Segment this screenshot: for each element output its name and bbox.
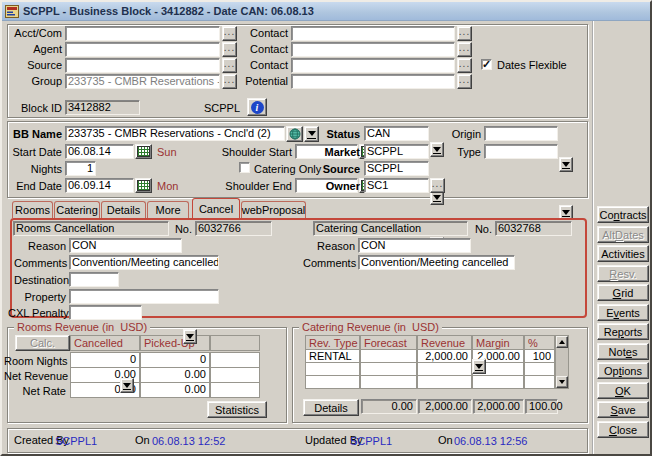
cat-rev-cell[interactable]: 2,000.00 — [417, 349, 472, 363]
destination-dropdown-button[interactable] — [120, 378, 134, 393]
cat-rev-cell[interactable] — [360, 362, 417, 376]
acct-com-lov-button[interactable] — [222, 26, 237, 41]
rooms-comments-field[interactable]: Convention/Meeting cancelled — [69, 255, 219, 270]
statistics-button[interactable]: Statistics — [207, 401, 267, 418]
cxl-penalty-field[interactable] — [69, 305, 142, 320]
save-button[interactable]: Save — [597, 401, 649, 418]
room-nights-cancelled-cell[interactable]: 0 — [70, 352, 140, 368]
net-rate-pickedup-cell[interactable]: 0.00 — [140, 382, 210, 398]
start-date-field[interactable]: 06.08.14 — [65, 144, 134, 159]
cat-rev-cell[interactable] — [305, 375, 360, 389]
tab-details[interactable]: Details — [101, 201, 146, 218]
cat-rev-cell[interactable] — [360, 349, 417, 363]
contact2-field[interactable] — [291, 42, 455, 57]
cat-rev-cell[interactable] — [524, 362, 555, 376]
globe-icon — [289, 128, 301, 140]
ok-button[interactable]: OK — [597, 382, 649, 399]
tab-more[interactable]: More — [147, 201, 189, 218]
net-revenue-pickedup-cell[interactable]: 0.00 — [140, 367, 210, 383]
rooms-reason-field[interactable]: CON — [69, 238, 182, 253]
room-nights-pickedup-cell[interactable]: 0 — [140, 352, 210, 368]
nights-field[interactable]: 1 — [65, 161, 96, 176]
cxl-penalty-label: CXL Penalty — [8, 307, 66, 320]
contact1-field[interactable] — [291, 26, 455, 41]
catering-revenue-title: Catering Revenue (in USD) — [299, 321, 442, 334]
rooms-comments-label: Comments — [14, 257, 66, 270]
rooms-cxl-no-label: No. — [172, 223, 192, 236]
events-button[interactable]: Events — [597, 304, 649, 321]
market-field[interactable]: SCPPL — [364, 144, 429, 159]
calc-button[interactable]: Calc. — [15, 335, 70, 351]
total-forecast: 0.00 — [361, 399, 417, 414]
contracts-button[interactable]: Contracts — [597, 206, 649, 223]
scroll-up-button[interactable] — [556, 336, 568, 348]
details-button[interactable]: Details — [303, 399, 359, 416]
dates-flexible-checkbox[interactable] — [481, 59, 492, 70]
end-date-calendar-button[interactable] — [135, 178, 152, 193]
group-lov-button[interactable] — [222, 74, 237, 89]
translate-globe-button[interactable] — [286, 126, 303, 142]
cat-rev-cell[interactable] — [360, 375, 417, 389]
owner-lov-button[interactable] — [430, 178, 445, 193]
rooms-reason-dropdown-button[interactable] — [183, 329, 197, 344]
bb-name-field[interactable]: 233735 - CMBR Reservations - Cncl'd (2) — [65, 126, 285, 141]
tab-rooms[interactable]: Rooms — [12, 201, 53, 218]
type-field[interactable] — [484, 144, 558, 159]
catering-only-checkbox[interactable] — [239, 162, 250, 173]
options-button[interactable]: Options — [597, 362, 649, 379]
catering-reason-dropdown-button[interactable] — [472, 359, 486, 374]
total-margin: 2,000.00 — [473, 399, 524, 414]
property-info-button[interactable]: i — [247, 98, 267, 116]
contact1-lov-button[interactable] — [457, 26, 472, 41]
catering-only-label: Catering Only — [254, 163, 329, 176]
status-field[interactable]: CAN — [364, 126, 429, 141]
catering-reason-field[interactable]: CON — [358, 238, 471, 253]
activities-button[interactable]: Activities — [597, 245, 649, 262]
grid-button[interactable]: Grid — [597, 284, 649, 301]
tab-catering[interactable]: Catering — [54, 201, 100, 218]
reports-button[interactable]: Reports — [597, 323, 649, 340]
close-button[interactable]: Close — [597, 421, 649, 438]
origin-label: Origin — [445, 128, 481, 141]
acct-com-field[interactable] — [65, 26, 220, 41]
cat-rev-cell[interactable] — [417, 362, 472, 376]
start-date-calendar-button[interactable] — [135, 144, 152, 159]
catering-revenue-scrollbar[interactable] — [555, 335, 569, 389]
end-date-field[interactable]: 06.09.14 — [65, 178, 134, 193]
catering-comments-field[interactable]: Convention/Meeting cancelled — [358, 255, 515, 270]
cat-rev-cell[interactable] — [524, 375, 555, 389]
rooms-cxl-no-field: 6032766 — [195, 221, 272, 236]
cat-rev-cell[interactable] — [305, 362, 360, 376]
tab-webproposal[interactable]: webProposal — [241, 201, 306, 218]
origin-dropdown-button[interactable] — [559, 157, 573, 172]
room-nights-blank-cell — [210, 352, 260, 368]
cat-rev-cell[interactable]: 100 — [524, 349, 555, 363]
source2-field[interactable]: SCPPL — [364, 161, 429, 176]
cat-rev-cell[interactable]: RENTAL — [305, 349, 360, 363]
source-field[interactable] — [65, 58, 220, 73]
catering-comments-label: Comments — [303, 257, 355, 270]
cxl-property-field[interactable] — [69, 289, 219, 304]
window-title: SCPPL - Business Block - 3412882 - Date … — [23, 5, 314, 17]
potential-lov-button[interactable] — [457, 74, 472, 89]
origin-field[interactable] — [484, 126, 558, 141]
group-field[interactable]: 233735 - CMBR Reservations - Cncl'd (2) — [65, 74, 220, 89]
cat-rev-cell[interactable] — [472, 375, 524, 389]
status-dropdown-button[interactable] — [430, 142, 444, 157]
cat-rev-cell[interactable] — [417, 375, 472, 389]
contact2-lov-button[interactable] — [457, 42, 472, 57]
potential-field[interactable] — [291, 74, 455, 89]
tab-cancel[interactable]: Cancel — [192, 198, 240, 218]
contact3-field[interactable] — [291, 58, 455, 73]
owner-field[interactable]: SC1 — [364, 178, 429, 193]
scroll-down-button[interactable] — [556, 376, 568, 388]
bb-name-dropdown-button[interactable] — [304, 126, 319, 142]
agent-lov-button[interactable] — [222, 42, 237, 57]
contact3-lov-button[interactable] — [457, 58, 472, 73]
col-picked-up: Picked-Up — [140, 335, 210, 351]
source-lov-button[interactable] — [222, 58, 237, 73]
destination-field[interactable] — [69, 272, 119, 287]
notes-button[interactable]: Notes — [597, 343, 649, 360]
col-margin: Margin — [472, 335, 524, 350]
agent-field[interactable] — [65, 42, 220, 57]
